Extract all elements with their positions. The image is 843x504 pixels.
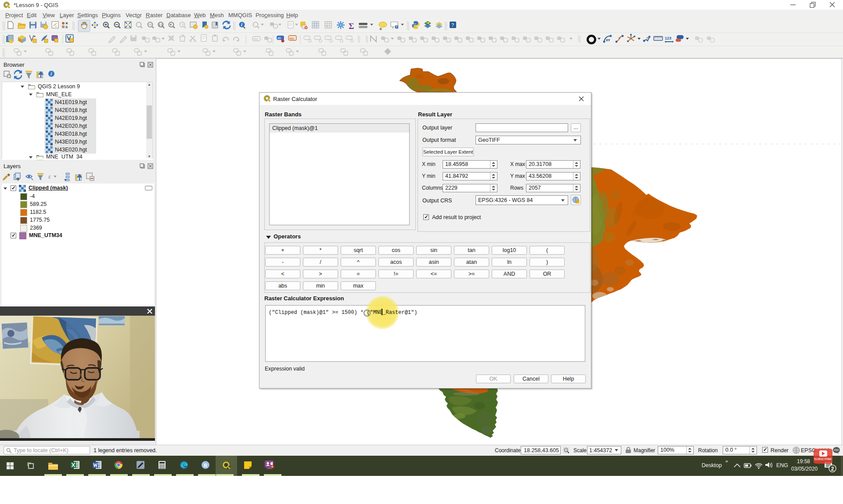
- svg-text:ε: ε: [48, 173, 51, 180]
- svg-text:i: i: [50, 72, 52, 76]
- svg-text:2: 2: [831, 466, 834, 472]
